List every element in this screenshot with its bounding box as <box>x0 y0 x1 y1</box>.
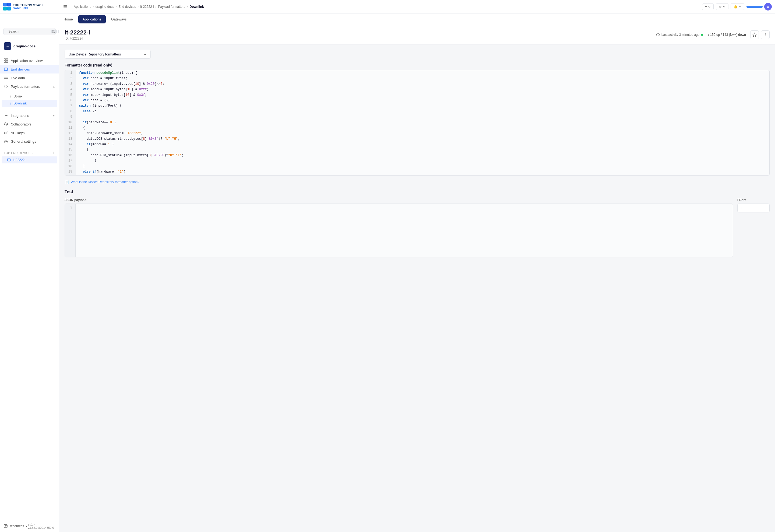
user-menu[interactable]: U <box>746 3 772 10</box>
notifications-button[interactable]: 🔔 <box>731 3 744 10</box>
table-row: 20 { <box>65 174 769 175</box>
breadcrumb-end-devices[interactable]: End devices <box>118 5 136 9</box>
table-row: 8 case 2: <box>65 109 769 114</box>
svg-rect-2 <box>63 8 67 8</box>
repo-link[interactable]: What is the Device Repository formatter … <box>71 180 139 184</box>
search-input[interactable] <box>8 30 49 33</box>
overflow-menu-button[interactable] <box>761 30 770 39</box>
json-input[interactable] <box>76 204 733 257</box>
sidebar: Ctrl K ← dragino-docs Application overvi… <box>0 25 59 532</box>
payload-chevron-icon: ▲ <box>52 85 55 88</box>
sidebar-item-payload-formatters[interactable]: Payload formatters ▲ <box>0 82 59 91</box>
breadcrumb-sep1: › <box>93 5 94 9</box>
table-row: 11 { <box>65 125 769 130</box>
search-field[interactable]: Ctrl K <box>3 28 56 35</box>
formatter-select-label: Use Device Repository formatters <box>69 52 121 56</box>
table-row: 1function decodeUplink(input) { <box>65 70 769 76</box>
sidebar-item-collaborators[interactable]: Collaborators <box>0 120 59 128</box>
svg-point-18 <box>765 33 766 34</box>
nav-home[interactable]: Home <box>59 15 77 23</box>
fport-area: FPort <box>737 198 770 212</box>
content-header: lt-22222-l ID: lt-22222-l Last activity … <box>59 25 775 44</box>
breadcrumb-device-id[interactable]: lt-22222-l <box>140 5 154 9</box>
sidebar-footer: Resources eu1 • v3.32.2.a0014352f0 <box>0 520 59 532</box>
add-button[interactable]: + <box>702 3 714 10</box>
breadcrumb-applications[interactable]: Applications <box>74 5 91 9</box>
sidebar-toggle[interactable] <box>61 3 69 11</box>
downlink-arrow-icon: ↓ <box>10 101 11 105</box>
region: eu1 <box>28 523 33 526</box>
activity-icon <box>656 33 660 37</box>
activity-badge: Last activity 3 minutes ago <box>656 33 703 37</box>
notif-chevron-icon <box>739 5 741 8</box>
breadcrumb-sep2: › <box>116 5 117 9</box>
live-icon <box>4 76 8 80</box>
sidebar-item-general-settings[interactable]: General settings <box>0 137 59 146</box>
sidebar-item-app-overview[interactable]: Application overview <box>0 56 59 65</box>
version-sep: • <box>34 523 35 526</box>
sidebar-item-live-data[interactable]: Live data <box>0 73 59 82</box>
bookmark-button[interactable] <box>750 30 759 39</box>
table-row: 12 data.Hardware_mode="LT33222"; <box>65 130 769 136</box>
sidebar-label-downlink: Downlink <box>13 101 27 105</box>
device-name: lt-22222-l <box>65 29 90 36</box>
starred-button[interactable]: ☆ <box>716 3 728 10</box>
device-id: ID: lt-22222-l <box>65 37 90 40</box>
nav-applications[interactable]: Applications <box>78 15 106 23</box>
nav-gateways[interactable]: Gateways <box>107 15 131 23</box>
device-title-area: lt-22222-l ID: lt-22222-l <box>65 29 90 40</box>
resources-button[interactable]: Resources <box>4 524 28 528</box>
svg-rect-15 <box>8 159 10 161</box>
fport-input[interactable] <box>737 203 770 212</box>
table-row: 3 var hardware= (input.bytes[10] & 0xC0)… <box>65 81 769 87</box>
table-row: 7switch (input.fPort) { <box>65 103 769 108</box>
svg-point-11 <box>5 123 6 124</box>
table-row: 17 } <box>65 158 769 163</box>
sidebar-item-integrations[interactable]: Integrations ▼ <box>0 111 59 120</box>
sidebar-item-end-devices[interactable]: End devices <box>0 65 59 73</box>
sidebar-item-api-keys[interactable]: API keys <box>0 128 59 137</box>
sidebar-label-collaborators: Collaborators <box>11 122 31 126</box>
svg-point-14 <box>5 141 7 142</box>
formatter-section-title: Formatter code (read only) <box>65 63 770 67</box>
sidebar-item-uplink[interactable]: ↑ Uplink <box>2 93 57 100</box>
table-row: 19 else if(hardware=='1') <box>65 169 769 174</box>
logo-title: THE THINGS STACK <box>13 3 44 7</box>
logo-area: THE THINGS STACK SANDBOX <box>3 3 57 10</box>
json-payload-label: JSON payload <box>65 198 733 202</box>
code-scroll-area[interactable]: 1function decodeUplink(input) { 2 var po… <box>65 70 769 175</box>
json-editor[interactable]: 1 <box>65 203 733 257</box>
sidebar-more-section: Integrations ▼ Collaborators API keys Ge… <box>0 109 59 148</box>
breadcrumb-payload-formatters[interactable]: Payload formatters <box>158 5 185 9</box>
sidebar-item-downlink[interactable]: ↓ Downlink <box>2 100 57 107</box>
svg-rect-0 <box>63 5 67 6</box>
top-end-devices-text: Top end devices <box>4 151 33 154</box>
key-icon <box>4 130 8 135</box>
sidebar-label-payload-formatters: Payload formatters <box>11 84 40 89</box>
add-device-icon[interactable]: + <box>52 150 55 155</box>
sidebar-label-integrations: Integrations <box>11 114 29 118</box>
table-row: 4 var mode0= input.bytes[10] & 0xff; <box>65 87 769 92</box>
table-row: 16 data.DI3_status= (input.bytes[8] &0x2… <box>65 153 769 158</box>
top-nav-right: + ☆ 🔔 U <box>702 3 772 10</box>
breadcrumb-dragino[interactable]: dragino-docs <box>95 5 114 9</box>
code-icon <box>4 84 8 89</box>
svg-point-10 <box>7 115 8 116</box>
breadcrumb-sep4: › <box>155 5 157 9</box>
logo-text: THE THINGS STACK SANDBOX <box>13 3 44 10</box>
org-name: dragino-docs <box>13 44 36 48</box>
repo-link-row[interactable]: 📄 What is the Device Repository formatte… <box>65 180 770 184</box>
table-row: 9 <box>65 114 769 119</box>
table-row: 5 var mode= input.bytes[10] & 0x3f; <box>65 92 769 98</box>
top-nav: THE THINGS STACK SANDBOX Applications › … <box>0 0 775 13</box>
traffic-info: ↕ 159 up / 143 (Nwk) down <box>707 33 746 37</box>
formatter-select[interactable]: Use Device Repository formatters <box>65 50 151 59</box>
sidebar-device-lt22222[interactable]: lt-22222-l <box>2 156 57 163</box>
sidebar-org-item[interactable]: ← dragino-docs <box>0 40 59 52</box>
back-icon[interactable]: ← <box>4 42 11 50</box>
table-row: 14 if(mode0=='1') <box>65 142 769 147</box>
test-row: JSON payload 1 FPort <box>65 198 770 257</box>
shortcut-ctrl: Ctrl <box>51 30 57 33</box>
sidebar-label-general-settings: General settings <box>11 139 36 143</box>
grid-icon <box>4 58 8 63</box>
